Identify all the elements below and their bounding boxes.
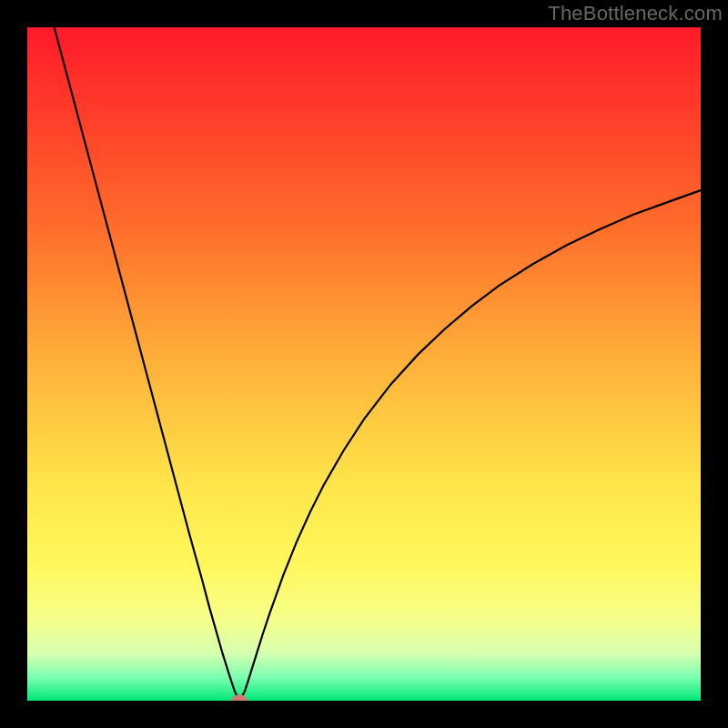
chart-frame: TheBottleneck.com <box>0 0 728 728</box>
watermark-label: TheBottleneck.com <box>548 2 723 25</box>
chart-background <box>27 27 701 701</box>
bottleneck-chart <box>27 27 701 701</box>
